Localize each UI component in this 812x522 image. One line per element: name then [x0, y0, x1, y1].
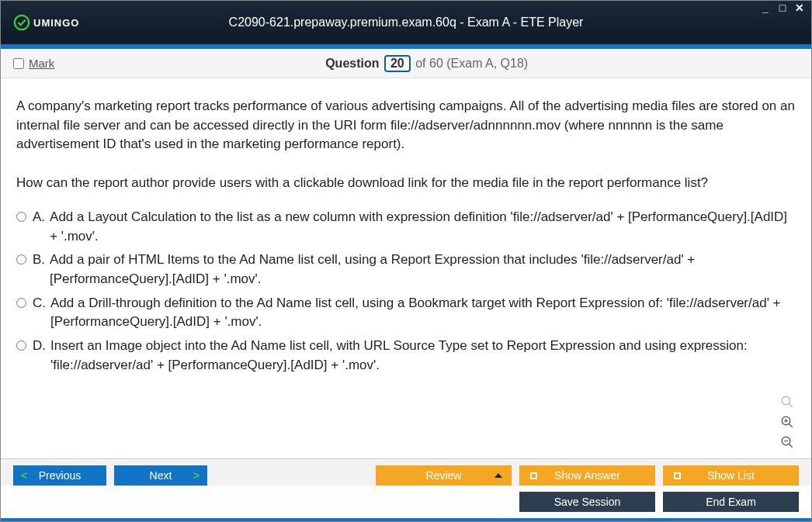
prompt-paragraph-1: A company's marketing report tracks perf…	[16, 97, 796, 154]
option-d[interactable]: D. Insert an Image object into the Ad Na…	[16, 337, 796, 375]
window-title: C2090-621.prepaway.premium.exam.60q - Ex…	[229, 16, 584, 29]
review-button[interactable]: Review	[376, 465, 512, 486]
stop-icon	[674, 472, 681, 479]
maximize-button[interactable]: □	[776, 2, 789, 13]
chevron-left-icon: <	[21, 469, 27, 482]
previous-label: Previous	[39, 469, 81, 482]
mark-checkbox-input[interactable]	[13, 58, 24, 69]
option-a-radio[interactable]	[16, 212, 26, 222]
show-list-button[interactable]: Show List	[663, 465, 799, 486]
option-letter: B.	[33, 251, 45, 270]
option-c[interactable]: C. Add a Drill-through definition to the…	[16, 294, 796, 332]
triangle-up-icon	[494, 473, 502, 478]
logo-checkmark-icon	[13, 14, 30, 31]
option-text: Add a pair of HTML Items to the Ad Name …	[50, 251, 796, 289]
svg-line-2	[789, 403, 793, 407]
save-session-label: Save Session	[554, 496, 621, 508]
next-label: Next	[150, 469, 172, 482]
option-text: Add a Layout Calculation to the list as …	[50, 208, 796, 246]
zoom-out-icon[interactable]	[779, 434, 796, 451]
titlebar: UMINGO C2090-621.prepaway.premium.exam.6…	[1, 1, 811, 44]
app-logo: UMINGO	[13, 14, 79, 31]
chevron-right-icon: >	[193, 469, 200, 482]
footer-divider	[1, 518, 811, 521]
window-controls: _ □ ✕	[758, 2, 807, 13]
magnify-icon[interactable]	[779, 393, 796, 410]
mark-label: Mark	[29, 57, 54, 70]
option-b[interactable]: B. Add a pair of HTML Items to the Ad Na…	[16, 251, 796, 289]
svg-point-0	[15, 16, 29, 29]
option-d-radio[interactable]	[16, 341, 26, 351]
option-letter: C.	[33, 294, 46, 313]
app-window: UMINGO C2090-621.prepaway.premium.exam.6…	[0, 0, 812, 522]
show-answer-button[interactable]: Show Answer	[519, 465, 655, 486]
close-button[interactable]: ✕	[793, 2, 807, 13]
logo-text: UMINGO	[33, 17, 79, 29]
question-indicator: Question 20 of 60 (Exam A, Q18)	[54, 55, 799, 72]
option-letter: A.	[33, 208, 45, 227]
primary-toolbar: < Previous Next > Review Show Answer Sho…	[1, 458, 811, 486]
question-content: A company's marketing report tracks perf…	[1, 78, 811, 458]
mark-checkbox[interactable]: Mark	[13, 57, 54, 70]
option-letter: D.	[33, 337, 46, 356]
review-label: Review	[426, 469, 462, 482]
secondary-toolbar: Save Session End Exam	[1, 486, 811, 518]
question-number-box[interactable]: 20	[384, 55, 411, 72]
option-c-radio[interactable]	[16, 298, 26, 308]
question-bar: Mark Question 20 of 60 (Exam A, Q18)	[1, 49, 811, 78]
show-answer-label: Show Answer	[554, 469, 620, 482]
zoom-tools	[779, 393, 796, 451]
minimize-button[interactable]: _	[758, 2, 772, 13]
end-exam-button[interactable]: End Exam	[663, 492, 799, 512]
option-text: Insert an Image object into the Ad Name …	[50, 337, 796, 375]
option-a[interactable]: A. Add a Layout Calculation to the list …	[16, 208, 796, 246]
save-session-button[interactable]: Save Session	[519, 492, 655, 512]
question-prompt: A company's marketing report tracks perf…	[16, 97, 796, 192]
answer-options: A. Add a Layout Calculation to the list …	[16, 208, 796, 375]
next-button[interactable]: Next >	[114, 465, 207, 486]
question-suffix: of 60 (Exam A, Q18)	[415, 57, 528, 70]
option-text: Add a Drill-through definition to the Ad…	[50, 294, 796, 332]
toolbar-spacer	[215, 465, 368, 486]
end-exam-label: End Exam	[706, 496, 756, 508]
previous-button[interactable]: < Previous	[13, 465, 106, 486]
question-prefix: Question	[325, 57, 379, 70]
show-list-label: Show List	[707, 469, 755, 482]
svg-line-4	[789, 423, 793, 427]
zoom-in-icon[interactable]	[779, 413, 796, 430]
svg-line-8	[789, 444, 793, 448]
option-b-radio[interactable]	[16, 254, 26, 264]
svg-point-1	[782, 396, 790, 405]
prompt-paragraph-2: How can the report author provide users …	[16, 174, 796, 193]
stop-icon	[530, 472, 537, 479]
